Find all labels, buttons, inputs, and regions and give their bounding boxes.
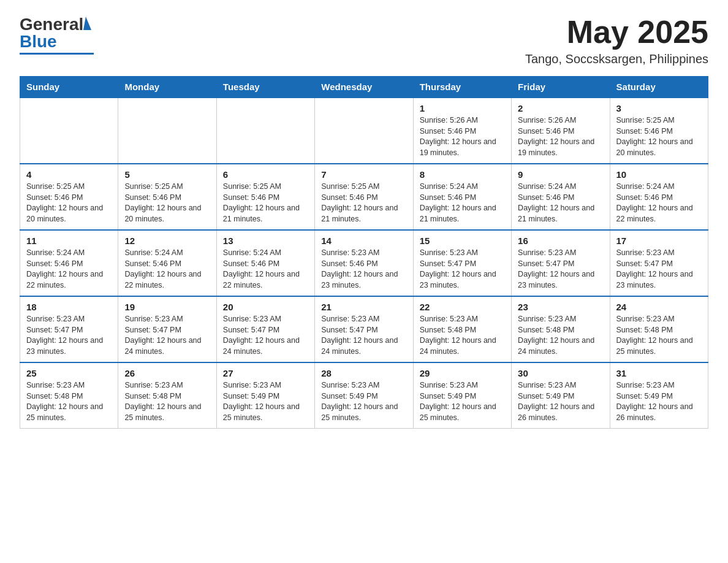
day-info: Sunrise: 5:23 AMSunset: 5:48 PMDaylight:… xyxy=(420,314,505,357)
table-row: 2Sunrise: 5:26 AMSunset: 5:46 PMDaylight… xyxy=(512,98,610,164)
table-row xyxy=(216,98,314,164)
table-row: 6Sunrise: 5:25 AMSunset: 5:46 PMDaylight… xyxy=(216,164,314,230)
day-info: Sunrise: 5:23 AMSunset: 5:48 PMDaylight:… xyxy=(518,314,603,357)
col-monday: Monday xyxy=(118,77,216,98)
day-info: Sunrise: 5:23 AMSunset: 5:49 PMDaylight:… xyxy=(518,380,603,423)
day-number: 2 xyxy=(518,103,603,113)
day-number: 9 xyxy=(518,169,603,180)
table-row: 20Sunrise: 5:23 AMSunset: 5:47 PMDayligh… xyxy=(216,296,314,362)
day-info: Sunrise: 5:25 AMSunset: 5:46 PMDaylight:… xyxy=(26,182,112,224)
day-info: Sunrise: 5:23 AMSunset: 5:49 PMDaylight:… xyxy=(223,380,308,423)
title-section: May 2025 Tango, Soccsksargen, Philippine… xyxy=(525,15,708,66)
calendar-week-row: 18Sunrise: 5:23 AMSunset: 5:47 PMDayligh… xyxy=(20,296,708,362)
day-number: 29 xyxy=(420,368,505,378)
day-info: Sunrise: 5:24 AMSunset: 5:46 PMDaylight:… xyxy=(223,248,308,291)
table-row: 5Sunrise: 5:25 AMSunset: 5:46 PMDaylight… xyxy=(118,164,216,230)
month-title: May 2025 xyxy=(525,15,708,50)
day-number: 21 xyxy=(321,302,406,312)
day-number: 1 xyxy=(420,103,505,113)
day-number: 11 xyxy=(26,236,112,246)
table-row: 27Sunrise: 5:23 AMSunset: 5:49 PMDayligh… xyxy=(216,362,314,429)
table-row: 21Sunrise: 5:23 AMSunset: 5:47 PMDayligh… xyxy=(315,296,413,362)
table-row: 12Sunrise: 5:24 AMSunset: 5:46 PMDayligh… xyxy=(118,230,216,296)
day-number: 30 xyxy=(518,368,603,378)
day-info: Sunrise: 5:23 AMSunset: 5:49 PMDaylight:… xyxy=(420,380,505,423)
table-row: 15Sunrise: 5:23 AMSunset: 5:47 PMDayligh… xyxy=(413,230,511,296)
page-header: General Blue May 2025 Tango, Soccsksarge… xyxy=(20,15,708,66)
table-row: 14Sunrise: 5:23 AMSunset: 5:46 PMDayligh… xyxy=(315,230,413,296)
calendar-week-row: 11Sunrise: 5:24 AMSunset: 5:46 PMDayligh… xyxy=(20,230,708,296)
logo-triangle-icon xyxy=(83,17,94,30)
table-row: 4Sunrise: 5:25 AMSunset: 5:46 PMDaylight… xyxy=(20,164,118,230)
table-row: 1Sunrise: 5:26 AMSunset: 5:46 PMDaylight… xyxy=(413,98,511,164)
table-row: 10Sunrise: 5:24 AMSunset: 5:46 PMDayligh… xyxy=(610,164,708,230)
day-info: Sunrise: 5:23 AMSunset: 5:48 PMDaylight:… xyxy=(616,314,702,357)
col-friday: Friday xyxy=(512,77,610,98)
day-info: Sunrise: 5:24 AMSunset: 5:46 PMDaylight:… xyxy=(26,248,112,291)
table-row: 3Sunrise: 5:25 AMSunset: 5:46 PMDaylight… xyxy=(610,98,708,164)
logo-blue-text: Blue xyxy=(20,32,57,52)
day-info: Sunrise: 5:23 AMSunset: 5:47 PMDaylight:… xyxy=(223,314,308,357)
day-info: Sunrise: 5:23 AMSunset: 5:48 PMDaylight:… xyxy=(124,380,210,423)
col-tuesday: Tuesday xyxy=(216,77,314,98)
calendar-week-row: 4Sunrise: 5:25 AMSunset: 5:46 PMDaylight… xyxy=(20,164,708,230)
day-info: Sunrise: 5:23 AMSunset: 5:47 PMDaylight:… xyxy=(124,314,210,357)
table-row: 8Sunrise: 5:24 AMSunset: 5:46 PMDaylight… xyxy=(413,164,511,230)
day-number: 20 xyxy=(223,302,308,312)
day-number: 8 xyxy=(420,169,505,180)
day-number: 24 xyxy=(616,302,702,312)
table-row: 31Sunrise: 5:23 AMSunset: 5:49 PMDayligh… xyxy=(610,362,708,429)
day-number: 28 xyxy=(321,368,406,378)
calendar-table: Sunday Monday Tuesday Wednesday Thursday… xyxy=(20,76,708,429)
day-info: Sunrise: 5:24 AMSunset: 5:46 PMDaylight:… xyxy=(518,182,603,224)
table-row: 11Sunrise: 5:24 AMSunset: 5:46 PMDayligh… xyxy=(20,230,118,296)
table-row: 19Sunrise: 5:23 AMSunset: 5:47 PMDayligh… xyxy=(118,296,216,362)
col-sunday: Sunday xyxy=(20,77,118,98)
table-row: 16Sunrise: 5:23 AMSunset: 5:47 PMDayligh… xyxy=(512,230,610,296)
day-info: Sunrise: 5:25 AMSunset: 5:46 PMDaylight:… xyxy=(616,115,702,158)
day-number: 3 xyxy=(616,103,702,113)
day-info: Sunrise: 5:25 AMSunset: 5:46 PMDaylight:… xyxy=(321,182,406,224)
day-info: Sunrise: 5:23 AMSunset: 5:47 PMDaylight:… xyxy=(518,248,603,291)
day-number: 6 xyxy=(223,169,308,180)
table-row: 26Sunrise: 5:23 AMSunset: 5:48 PMDayligh… xyxy=(118,362,216,429)
col-saturday: Saturday xyxy=(610,77,708,98)
table-row: 29Sunrise: 5:23 AMSunset: 5:49 PMDayligh… xyxy=(413,362,511,429)
day-info: Sunrise: 5:24 AMSunset: 5:46 PMDaylight:… xyxy=(616,182,702,224)
day-info: Sunrise: 5:23 AMSunset: 5:46 PMDaylight:… xyxy=(321,248,406,291)
day-number: 12 xyxy=(124,236,210,246)
day-number: 14 xyxy=(321,236,406,246)
table-row: 30Sunrise: 5:23 AMSunset: 5:49 PMDayligh… xyxy=(512,362,610,429)
day-info: Sunrise: 5:24 AMSunset: 5:46 PMDaylight:… xyxy=(420,182,505,224)
day-number: 16 xyxy=(518,236,603,246)
day-info: Sunrise: 5:23 AMSunset: 5:47 PMDaylight:… xyxy=(321,314,406,357)
day-info: Sunrise: 5:23 AMSunset: 5:47 PMDaylight:… xyxy=(616,248,702,291)
col-thursday: Thursday xyxy=(413,77,511,98)
location-text: Tango, Soccsksargen, Philippines xyxy=(525,52,708,66)
table-row: 17Sunrise: 5:23 AMSunset: 5:47 PMDayligh… xyxy=(610,230,708,296)
table-row: 28Sunrise: 5:23 AMSunset: 5:49 PMDayligh… xyxy=(315,362,413,429)
col-wednesday: Wednesday xyxy=(315,77,413,98)
day-info: Sunrise: 5:23 AMSunset: 5:49 PMDaylight:… xyxy=(321,380,406,423)
day-number: 15 xyxy=(420,236,505,246)
day-number: 17 xyxy=(616,236,702,246)
day-number: 23 xyxy=(518,302,603,312)
calendar-week-row: 25Sunrise: 5:23 AMSunset: 5:48 PMDayligh… xyxy=(20,362,708,429)
table-row: 7Sunrise: 5:25 AMSunset: 5:46 PMDaylight… xyxy=(315,164,413,230)
day-number: 18 xyxy=(26,302,112,312)
table-row: 24Sunrise: 5:23 AMSunset: 5:48 PMDayligh… xyxy=(610,296,708,362)
day-info: Sunrise: 5:23 AMSunset: 5:47 PMDaylight:… xyxy=(26,314,112,357)
day-number: 4 xyxy=(26,169,112,180)
calendar-week-row: 1Sunrise: 5:26 AMSunset: 5:46 PMDaylight… xyxy=(20,98,708,164)
day-number: 31 xyxy=(616,368,702,378)
table-row xyxy=(118,98,216,164)
day-info: Sunrise: 5:25 AMSunset: 5:46 PMDaylight:… xyxy=(223,182,308,224)
day-number: 13 xyxy=(223,236,308,246)
day-info: Sunrise: 5:25 AMSunset: 5:46 PMDaylight:… xyxy=(124,182,210,224)
day-info: Sunrise: 5:26 AMSunset: 5:46 PMDaylight:… xyxy=(420,115,505,158)
table-row: 18Sunrise: 5:23 AMSunset: 5:47 PMDayligh… xyxy=(20,296,118,362)
table-row xyxy=(20,98,118,164)
day-info: Sunrise: 5:26 AMSunset: 5:46 PMDaylight:… xyxy=(518,115,603,158)
day-info: Sunrise: 5:23 AMSunset: 5:48 PMDaylight:… xyxy=(26,380,112,423)
day-number: 10 xyxy=(616,169,702,180)
